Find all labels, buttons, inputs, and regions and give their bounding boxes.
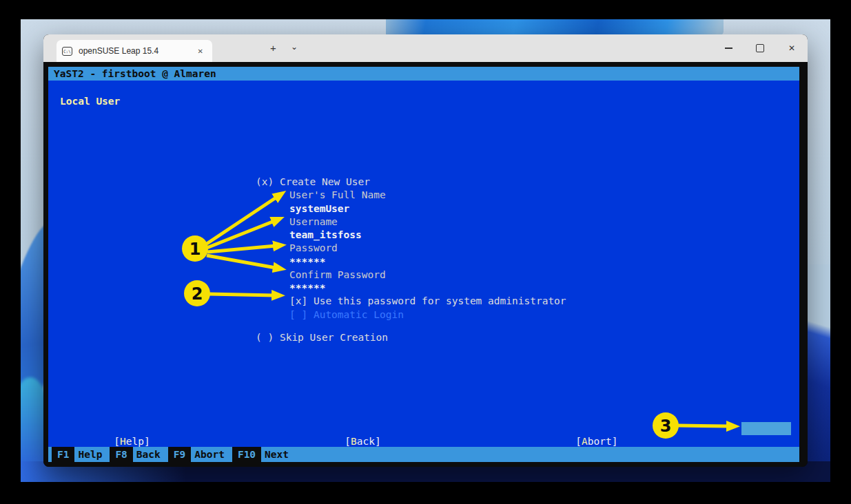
tab-title: openSUSE Leap 15.4 <box>79 46 194 56</box>
fkey-f9: F9 <box>168 447 191 462</box>
screenshot-stage: C:\ openSUSE Leap 15.4 ✕ + ⌄ ✕ YaST2 - f… <box>0 0 851 504</box>
maximize-icon <box>756 44 764 52</box>
fkey-f8: F8 <box>110 447 132 462</box>
confirm-password-input[interactable]: ****** <box>289 282 325 295</box>
checkbox-automatic-login: [ ] Automatic Login <box>289 308 404 322</box>
full-name-input[interactable]: systemUser <box>289 202 349 216</box>
minimize-button[interactable] <box>712 34 744 62</box>
username-label: Username <box>289 216 338 229</box>
fkey-f9-label: Abort <box>191 447 225 462</box>
button-hotkey: B <box>351 436 357 447</box>
full-name-label: User's Full Name <box>289 189 386 202</box>
button-text: elp] <box>126 436 150 447</box>
password-label: Password <box>289 242 338 255</box>
next-button[interactable]: [Next] <box>741 422 791 435</box>
radio-skip-user-creation[interactable]: ( ) Skip User Creation <box>256 331 388 344</box>
fkey-f1: F1 <box>52 447 74 462</box>
abort-button[interactable]: [Abort] <box>515 422 617 435</box>
button-text: bort] <box>588 436 618 447</box>
function-key-bar: F1Help F8Back F9Abort F10Next <box>48 447 799 462</box>
confirm-password-label: Confirm Password <box>289 269 386 282</box>
wallpaper-shade <box>806 264 830 482</box>
fkey-f8-label: Back <box>133 447 161 462</box>
command-prompt-icon: C:\ <box>62 47 72 56</box>
window-controls: ✕ <box>712 34 808 62</box>
password-input[interactable]: ****** <box>289 255 325 269</box>
checkbox-sysadmin-password[interactable]: [x] Use this password for system adminis… <box>289 295 566 308</box>
close-button[interactable]: ✕ <box>776 34 808 62</box>
terminal-tab[interactable]: C:\ openSUSE Leap 15.4 ✕ <box>57 40 212 62</box>
help-button[interactable]: [Help] <box>54 422 150 435</box>
new-tab-button[interactable]: + <box>265 41 281 54</box>
button-text: [ <box>801 436 808 447</box>
minimize-icon <box>725 48 732 49</box>
tab-close-icon[interactable]: ✕ <box>194 46 207 56</box>
yast-header-text: YaST2 - firstboot @ Almaren <box>48 68 216 79</box>
button-hotkey: H <box>120 436 126 447</box>
dialog-title: Local User <box>60 95 120 108</box>
terminal-screen[interactable]: YaST2 - firstboot @ Almaren Local User (… <box>43 62 808 467</box>
fkey-f10-label: Next <box>261 447 289 462</box>
button-text: [ <box>575 436 582 447</box>
button-text: [ <box>114 436 120 447</box>
button-text: ack] <box>357 436 381 447</box>
window-titlebar: C:\ openSUSE Leap 15.4 ✕ + ⌄ ✕ <box>43 34 808 62</box>
maximize-button[interactable] <box>744 34 776 62</box>
username-input[interactable]: team_itsfoss <box>289 229 362 242</box>
button-text: [ <box>345 436 351 447</box>
radio-create-new-user[interactable]: (x) Create New User <box>256 176 370 189</box>
close-icon: ✕ <box>788 43 795 53</box>
fkey-f1-label: Help <box>74 447 102 462</box>
back-button[interactable]: [Back] <box>285 422 381 435</box>
button-hotkey: A <box>582 436 588 447</box>
fkey-f10: F10 <box>232 447 261 462</box>
yast-console: YaST2 - firstboot @ Almaren Local User (… <box>48 67 799 462</box>
terminal-window: C:\ openSUSE Leap 15.4 ✕ + ⌄ ✕ YaST2 - f… <box>43 34 808 467</box>
tab-dropdown-chevron-icon[interactable]: ⌄ <box>286 40 303 54</box>
yast-header-bar: YaST2 - firstboot @ Almaren <box>48 67 799 81</box>
